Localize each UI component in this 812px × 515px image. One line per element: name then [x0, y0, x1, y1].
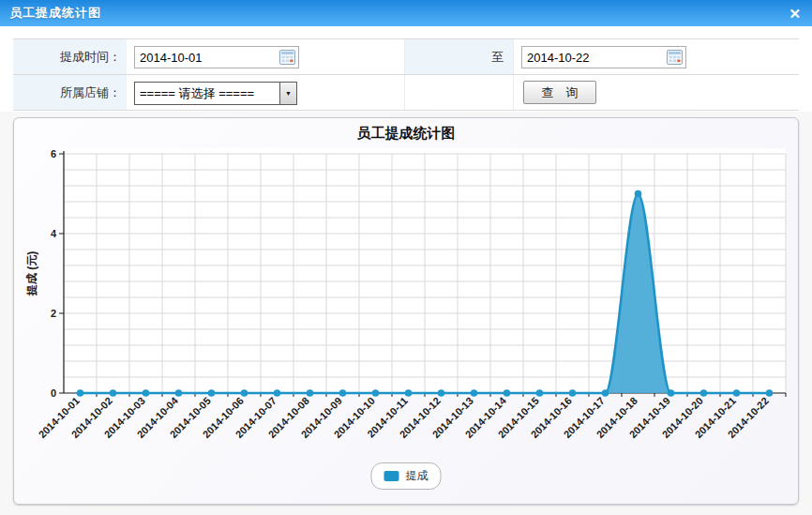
empty-cell — [405, 75, 514, 110]
dropdown-arrow-icon[interactable]: ▼ — [279, 83, 296, 104]
svg-text:4: 4 — [51, 228, 57, 239]
shop-select[interactable]: ===== 请选择 ===== ▼ — [134, 82, 297, 105]
svg-text:提成 (元): 提成 (元) — [25, 251, 38, 296]
svg-text:6: 6 — [51, 148, 56, 159]
filter-row-dates: 提成时间： 2014-10-01 至 2014-10-22 — [13, 39, 799, 75]
legend-swatch-icon — [384, 471, 399, 481]
svg-text:0: 0 — [51, 387, 56, 399]
shop-select-value: ===== 请选择 ===== — [135, 83, 279, 104]
chart-panel: 员工提成统计图 02462014-10-012014-10-022014-10-… — [13, 117, 799, 505]
query-cell: 查 询 — [514, 75, 799, 110]
filter-row-shop: 所属店铺： ===== 请选择 ===== ▼ 查 询 — [13, 75, 799, 111]
shop-select-cell: ===== 请选择 ===== ▼ — [127, 75, 405, 110]
query-button[interactable]: 查 询 — [523, 81, 596, 104]
shop-label: 所属店铺： — [13, 75, 127, 110]
to-label: 至 — [405, 39, 514, 74]
date-to-cell: 2014-10-22 — [514, 39, 799, 74]
chart-canvas: 02462014-10-012014-10-022014-10-032014-1… — [14, 118, 798, 504]
date-to-value: 2014-10-22 — [522, 51, 667, 65]
close-icon[interactable]: ✕ — [789, 7, 801, 21]
date-to-input[interactable]: 2014-10-22 — [521, 46, 686, 68]
commission-time-label: 提成时间： — [13, 39, 127, 74]
dialog: 员工提成统计图 ✕ 提成时间： 2014-10-01 至 — [0, 0, 812, 515]
legend[interactable]: 提成 — [371, 462, 442, 490]
dialog-titlebar: 员工提成统计图 ✕ — [0, 0, 812, 26]
x-axis-labels: 2014-10-012014-10-022014-10-032014-10-04… — [37, 394, 771, 440]
date-from-value: 2014-10-01 — [135, 51, 279, 65]
calendar-icon[interactable] — [279, 50, 295, 65]
dialog-title: 员工提成统计图 — [9, 5, 101, 22]
calendar-icon[interactable] — [667, 50, 683, 65]
filter-form: 提成时间： 2014-10-01 至 2014-10-22 — [13, 38, 799, 111]
date-from-input[interactable]: 2014-10-01 — [134, 46, 299, 68]
svg-text:2: 2 — [51, 308, 56, 319]
date-from-cell: 2014-10-01 — [127, 39, 405, 74]
legend-label: 提成 — [406, 468, 429, 484]
